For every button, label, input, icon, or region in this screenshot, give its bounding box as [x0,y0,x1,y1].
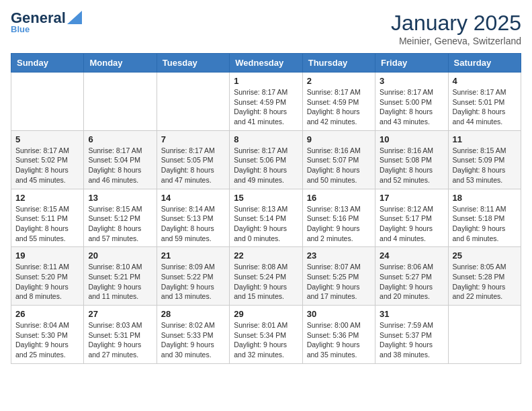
day-number: 4 [453,76,517,86]
calendar-cell: 27Sunrise: 8:03 AMSunset: 5:31 PMDayligh… [84,306,157,364]
col-tuesday: Tuesday [157,54,229,73]
calendar-cell: 9Sunrise: 8:16 AMSunset: 5:07 PMDaylight… [302,130,375,189]
day-info: Sunrise: 8:13 AMSunset: 5:16 PMDaylight:… [307,204,371,244]
calendar-cell: 22Sunrise: 8:08 AMSunset: 5:24 PMDayligh… [230,247,302,306]
day-info: Sunrise: 8:16 AMSunset: 5:07 PMDaylight:… [307,146,371,185]
title-block: January 2025 Meinier, Geneva, Switzerlan… [391,11,521,46]
calendar-cell: 4Sunrise: 8:17 AMSunset: 5:01 PMDaylight… [448,73,521,131]
day-info: Sunrise: 8:10 AMSunset: 5:21 PMDaylight:… [88,262,152,302]
day-info: Sunrise: 8:17 AMSunset: 5:01 PMDaylight:… [453,87,517,127]
calendar-cell [11,73,84,131]
calendar-cell: 31Sunrise: 7:59 AMSunset: 5:37 PMDayligh… [375,306,448,364]
calendar-cell: 29Sunrise: 8:01 AMSunset: 5:34 PMDayligh… [230,306,302,364]
day-number: 23 [307,250,371,261]
day-info: Sunrise: 8:07 AMSunset: 5:25 PMDaylight:… [307,262,371,302]
calendar-cell: 7Sunrise: 8:17 AMSunset: 5:05 PMDaylight… [157,130,229,189]
logo-blue: Blue [11,24,30,34]
day-number: 7 [161,134,225,144]
day-number: 25 [453,250,517,261]
calendar-cell: 18Sunrise: 8:11 AMSunset: 5:18 PMDayligh… [448,189,521,247]
day-number: 27 [88,309,152,319]
day-info: Sunrise: 8:15 AMSunset: 5:12 PMDaylight:… [88,204,152,244]
day-number: 19 [15,250,79,261]
day-info: Sunrise: 8:15 AMSunset: 5:09 PMDaylight:… [453,146,517,185]
day-info: Sunrise: 8:17 AMSunset: 5:00 PMDaylight:… [380,87,443,127]
day-number: 28 [161,309,225,319]
day-info: Sunrise: 8:17 AMSunset: 4:59 PMDaylight:… [234,87,298,127]
location: Meinier, Geneva, Switzerland [391,36,521,46]
page-header: General Blue January 2025 Meinier, Genev… [11,11,521,46]
day-number: 17 [380,193,443,203]
day-number: 9 [307,134,371,144]
calendar-cell: 1Sunrise: 8:17 AMSunset: 4:59 PMDaylight… [230,73,302,131]
day-number: 6 [88,134,152,144]
day-number: 12 [15,193,79,203]
day-info: Sunrise: 8:08 AMSunset: 5:24 PMDaylight:… [234,262,298,302]
day-number: 15 [234,193,298,203]
day-number: 5 [15,134,79,144]
day-number: 21 [161,250,225,261]
col-sunday: Sunday [11,54,84,73]
calendar-cell: 6Sunrise: 8:17 AMSunset: 5:04 PMDaylight… [84,130,157,189]
calendar-cell: 20Sunrise: 8:10 AMSunset: 5:21 PMDayligh… [84,247,157,306]
logo: General Blue [11,11,82,34]
calendar-cell: 13Sunrise: 8:15 AMSunset: 5:12 PMDayligh… [84,189,157,247]
day-number: 11 [453,134,517,144]
calendar-cell: 11Sunrise: 8:15 AMSunset: 5:09 PMDayligh… [448,130,521,189]
calendar-cell [157,73,229,131]
day-number: 3 [380,76,443,86]
svg-marker-0 [67,11,82,24]
calendar-cell: 3Sunrise: 8:17 AMSunset: 5:00 PMDaylight… [375,73,448,131]
day-number: 2 [307,76,371,86]
calendar-cell [448,306,521,364]
calendar-cell: 2Sunrise: 8:17 AMSunset: 4:59 PMDaylight… [302,73,375,131]
day-number: 13 [88,193,152,203]
day-number: 16 [307,193,371,203]
day-info: Sunrise: 7:59 AMSunset: 5:37 PMDaylight:… [380,320,443,360]
day-info: Sunrise: 8:09 AMSunset: 5:22 PMDaylight:… [161,262,225,302]
calendar-cell: 23Sunrise: 8:07 AMSunset: 5:25 PMDayligh… [302,247,375,306]
calendar-cell: 16Sunrise: 8:13 AMSunset: 5:16 PMDayligh… [302,189,375,247]
day-number: 29 [234,309,298,319]
col-thursday: Thursday [302,54,375,73]
day-info: Sunrise: 8:12 AMSunset: 5:17 PMDaylight:… [380,204,443,244]
calendar-cell: 14Sunrise: 8:14 AMSunset: 5:13 PMDayligh… [157,189,229,247]
calendar-week-1: 1Sunrise: 8:17 AMSunset: 4:59 PMDaylight… [11,73,521,131]
day-info: Sunrise: 8:02 AMSunset: 5:33 PMDaylight:… [161,320,225,360]
col-saturday: Saturday [448,54,521,73]
calendar-cell: 5Sunrise: 8:17 AMSunset: 5:02 PMDaylight… [11,130,84,189]
calendar-cell: 19Sunrise: 8:11 AMSunset: 5:20 PMDayligh… [11,247,84,306]
calendar-week-2: 5Sunrise: 8:17 AMSunset: 5:02 PMDaylight… [11,130,521,189]
calendar-week-3: 12Sunrise: 8:15 AMSunset: 5:11 PMDayligh… [11,189,521,247]
day-info: Sunrise: 8:13 AMSunset: 5:14 PMDaylight:… [234,204,298,244]
col-monday: Monday [84,54,157,73]
day-info: Sunrise: 8:11 AMSunset: 5:18 PMDaylight:… [453,204,517,244]
day-number: 14 [161,193,225,203]
day-info: Sunrise: 8:00 AMSunset: 5:36 PMDaylight:… [307,320,371,360]
calendar-cell: 30Sunrise: 8:00 AMSunset: 5:36 PMDayligh… [302,306,375,364]
calendar-cell: 26Sunrise: 8:04 AMSunset: 5:30 PMDayligh… [11,306,84,364]
day-info: Sunrise: 8:05 AMSunset: 5:28 PMDaylight:… [453,262,517,302]
day-number: 24 [380,250,443,261]
col-friday: Friday [375,54,448,73]
calendar-week-5: 26Sunrise: 8:04 AMSunset: 5:30 PMDayligh… [11,306,521,364]
day-info: Sunrise: 8:11 AMSunset: 5:20 PMDaylight:… [15,262,79,302]
day-number: 31 [380,309,443,319]
day-info: Sunrise: 8:03 AMSunset: 5:31 PMDaylight:… [88,320,152,360]
calendar-cell: 28Sunrise: 8:02 AMSunset: 5:33 PMDayligh… [157,306,229,364]
day-info: Sunrise: 8:15 AMSunset: 5:11 PMDaylight:… [15,204,79,244]
calendar-cell: 15Sunrise: 8:13 AMSunset: 5:14 PMDayligh… [230,189,302,247]
calendar-cell: 17Sunrise: 8:12 AMSunset: 5:17 PMDayligh… [375,189,448,247]
day-info: Sunrise: 8:14 AMSunset: 5:13 PMDaylight:… [161,204,225,244]
day-info: Sunrise: 8:04 AMSunset: 5:30 PMDaylight:… [15,320,79,360]
calendar-cell: 8Sunrise: 8:17 AMSunset: 5:06 PMDaylight… [230,130,302,189]
day-info: Sunrise: 8:06 AMSunset: 5:27 PMDaylight:… [380,262,443,302]
calendar-cell: 24Sunrise: 8:06 AMSunset: 5:27 PMDayligh… [375,247,448,306]
calendar-cell [84,73,157,131]
day-info: Sunrise: 8:17 AMSunset: 5:06 PMDaylight:… [234,146,298,185]
calendar-header-row: Sunday Monday Tuesday Wednesday Thursday… [11,54,521,73]
day-number: 20 [88,250,152,261]
day-number: 8 [234,134,298,144]
col-wednesday: Wednesday [230,54,302,73]
day-number: 1 [234,76,298,86]
